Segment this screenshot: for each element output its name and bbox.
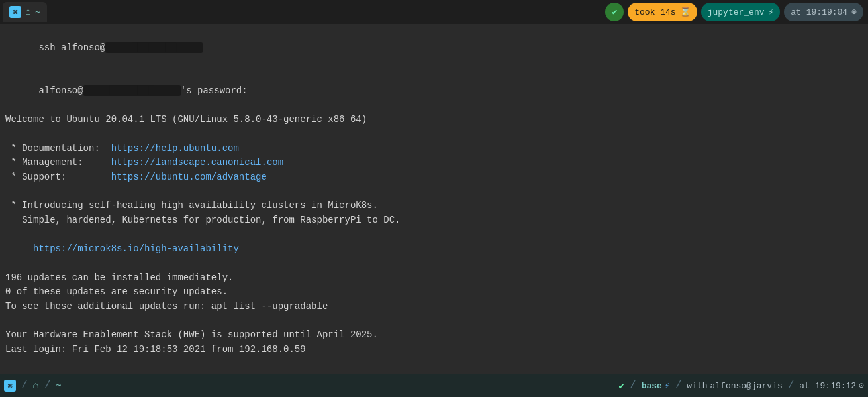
term-line-3: Welcome to Ubuntu 20.04.1 LTS (GNU/Linux… [5,113,863,127]
term-line-6: * Management: https://landscape.canonica… [5,156,863,170]
terminal-tab[interactable]: ⌘ ⌂ ~ [3,2,47,22]
term-line-16: To see these additional updates run: apt… [5,300,863,314]
term-line-9: * Introducing self-healing high availabi… [5,199,863,213]
tab-bar: ⌘ ⌂ ~ ✔ took 14s ⌛ jupyter_env ⚡ at 19:1… [0,0,868,24]
status-env-pill: jupyter_env ⚡ [701,3,781,21]
env-label: jupyter_env [708,7,765,17]
status-bar-right: ✔ / base ⚡ / with alfonso@jarvis / at 19… [619,380,864,392]
tab-bar-right: ✔ took 14s ⌛ jupyter_env ⚡ at 19:19:04 ⊙ [603,3,865,21]
tab-home-icon: ⌂ [25,7,31,18]
took-label: took 14s [634,7,675,17]
sb-base-label: base [642,381,662,391]
term-line-7: * Support: https://ubuntu.com/advantage [5,170,863,185]
terminal-content[interactable]: ssh alfonso@████████ alfonso@████████'s … [0,24,868,374]
status-bar-left: ⌘ / ⌂ / ~ [4,380,62,392]
tab-tilde: ~ [35,7,40,17]
sb-sep3: / [630,380,636,392]
status-bar: ⌘ / ⌂ / ~ ✔ / base ⚡ / with alfonso@jarv… [0,374,868,397]
term-line-15: 0 of these updates are security updates. [5,285,863,300]
check-icon: ✔ [612,7,617,17]
term-line-5: * Documentation: https://help.ubuntu.com [5,142,863,156]
status-time-pill: at 19:19:04 ⊙ [784,3,863,21]
at-time-label: at 19:19:04 [791,7,847,17]
sb-terminal-icon: ⌘ [4,380,16,392]
lightning-icon: ⚡ [769,7,774,17]
clock-icon: ⊙ [851,7,857,17]
sb-lightning-icon: ⚡ [665,380,670,391]
term-line-12: https://microk8s.io/high-availability [5,242,863,256]
term-line-13 [5,256,863,271]
sb-tilde: ~ [56,380,61,391]
term-line-2: alfonso@████████'s password: [5,70,863,113]
sb-check-icon: ✔ [619,380,624,392]
term-line-18: Your Hardware Enablement Stack (HWE) is … [5,328,863,343]
terminal-window: ⌘ ⌂ ~ ✔ took 14s ⌛ jupyter_env ⚡ at 19:1… [0,0,868,397]
term-line-11 [5,228,863,243]
sb-sep2: / [44,380,51,392]
term-line-14: 196 updates can be installed immediately… [5,271,863,286]
sb-sep1: / [21,380,28,392]
sb-sep4: / [675,380,682,392]
term-line-8 [5,185,863,199]
sb-with-text: with [687,381,707,391]
terminal-tab-icon: ⌘ [9,6,21,18]
sb-at-time: at 19:19:12 [799,381,856,391]
sb-clock-icon: ⊙ [859,380,864,391]
term-line-4 [5,127,863,142]
hourglass-icon: ⌛ [680,7,691,17]
status-took-pill: took 14s ⌛ [628,3,697,21]
term-line-17 [5,314,863,329]
status-check-pill: ✔ [605,3,624,21]
sb-user: alfonso@jarvis [710,381,783,391]
term-line-10: Simple, hardened, Kubernetes for product… [5,213,863,228]
term-line-1: ssh alfonso@████████ [5,27,863,70]
sb-home-icon: ⌂ [33,380,39,392]
sb-sep5: / [788,380,795,392]
term-line-19: Last login: Fri Feb 12 19:18:53 2021 fro… [5,343,863,357]
